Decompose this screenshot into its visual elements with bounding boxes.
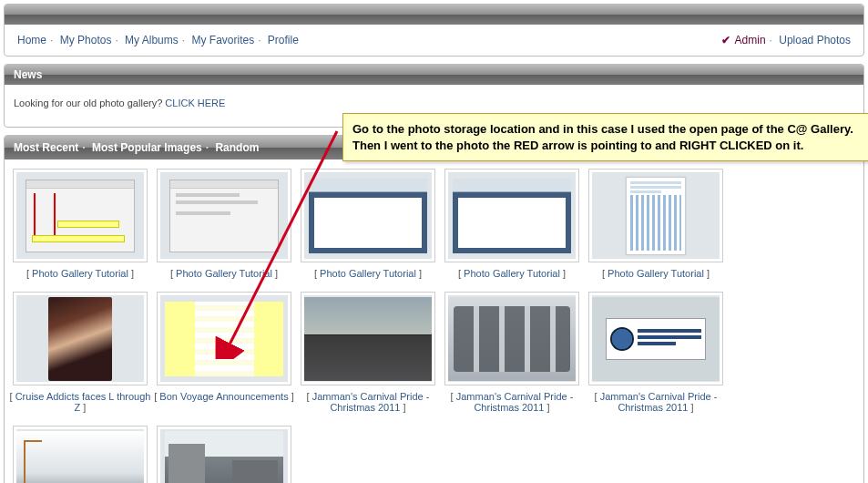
thumbnail-image — [16, 172, 144, 259]
thumbnail-caption-link[interactable]: Photo Gallery Tutorial — [464, 268, 560, 279]
thumbnail-caption-link[interactable]: Jamman's Carnival Pride - Christmas 2011 — [456, 391, 574, 413]
thumbnail-caption-link[interactable]: Photo Gallery Tutorial — [608, 268, 704, 279]
nav-separator: · — [115, 34, 117, 46]
thumbnail-image — [304, 172, 432, 259]
thumbnail-caption-link[interactable]: Photo Gallery Tutorial — [32, 268, 128, 279]
thumbnail-image — [592, 295, 720, 382]
thumbnail-5[interactable] — [13, 292, 148, 385]
gallery-cell: [ Jamman's Carnival Pride - Christmas 20… — [440, 292, 584, 413]
gallery-cell: [ Photo Gallery Tutorial ] — [296, 169, 440, 279]
thumbnail-caption: [ Photo Gallery Tutorial ] — [440, 268, 584, 279]
nav-admin[interactable]: Admin — [735, 34, 766, 46]
thumbnail-image — [160, 295, 288, 382]
tab-random[interactable]: Random — [215, 141, 259, 154]
thumbnail-caption: [ Bon Voyage Announcements ] — [152, 391, 296, 402]
gallery-cell: [ Photo Gallery Tutorial ] — [584, 169, 728, 279]
nav-home[interactable]: Home — [17, 34, 46, 46]
thumbnail-8[interactable] — [444, 292, 579, 385]
thumbnail-9[interactable] — [588, 292, 723, 385]
gallery-cell: [ Photo Gallery Tutorial ] — [440, 169, 584, 279]
gallery-cell: [ Bon Voyage Announcements ] — [152, 292, 296, 413]
bracket-icon: ] — [128, 268, 134, 279]
tab-separator: · — [82, 141, 85, 154]
thumbnail-caption-link[interactable]: Jamman's Carnival Pride - Christmas 2011 — [600, 391, 718, 413]
gallery-cell: [ Jamman's Carnival Pride - Christmas 20… — [8, 426, 152, 483]
gallery-panel: Most Recent· Most Popular Images· Random… — [4, 135, 864, 483]
thumbnail-2[interactable] — [301, 169, 435, 262]
bracket-icon: ] — [560, 268, 566, 279]
thumbnail-caption: [ Photo Gallery Tutorial ] — [152, 268, 296, 279]
thumbnail-caption-link[interactable]: Jamman's Carnival Pride - Christmas 2011 — [312, 391, 430, 413]
tab-most-recent[interactable]: Most Recent — [14, 141, 78, 154]
bracket-icon: ] — [400, 402, 405, 413]
thumbnail-3[interactable] — [444, 169, 579, 262]
top-glossy-bar — [5, 5, 863, 25]
bracket-icon: ] — [289, 391, 294, 402]
thumbnail-7[interactable] — [301, 292, 435, 385]
thumbnail-11[interactable] — [157, 426, 291, 483]
thumbnail-image — [16, 295, 144, 382]
nav-left: Home· My Photos· My Albums· My Favorites… — [17, 34, 299, 46]
nav-profile[interactable]: Profile — [268, 34, 299, 46]
gallery-grid: [ Photo Gallery Tutorial ][ Photo Galler… — [5, 159, 863, 483]
nav-my-photos[interactable]: My Photos — [60, 34, 112, 46]
thumbnail-image — [160, 429, 288, 483]
thumbnail-image — [16, 429, 144, 483]
tab-most-popular[interactable]: Most Popular Images — [92, 141, 202, 154]
gallery-cell: [ Jamman's Carnival Pride - Christmas 20… — [296, 292, 440, 413]
nav-separator: · — [770, 34, 772, 46]
nav-upload-photos[interactable]: Upload Photos — [779, 34, 851, 46]
news-text: Looking for our old photo gallery? — [14, 98, 162, 108]
thumbnail-caption: [ Jamman's Carnival Pride - Christmas 20… — [584, 391, 728, 413]
thumbnail-image — [448, 172, 576, 259]
checkmark-icon: ✔ — [721, 34, 730, 46]
thumbnail-0[interactable] — [13, 169, 148, 262]
bracket-icon: ] — [704, 268, 710, 279]
thumbnail-image — [304, 295, 432, 382]
gallery-cell: [ Jamman's Carnival Pride - Christmas 20… — [152, 426, 296, 483]
nav-right: ✔ Admin· Upload Photos — [721, 34, 851, 46]
news-header: News — [5, 65, 863, 85]
annotation-callout: Go to the photo storage location and in … — [342, 113, 868, 161]
gallery-cell: [ Jamman's Carnival Pride - Christmas 20… — [584, 292, 728, 413]
nav-separator: · — [182, 34, 185, 46]
gallery-tabs: Most Recent· Most Popular Images· Random — [14, 141, 259, 154]
thumbnail-caption-link[interactable]: Bon Voyage Announcements — [159, 391, 288, 402]
nav-my-albums[interactable]: My Albums — [125, 34, 179, 46]
top-nav-panel: Home· My Photos· My Albums· My Favorites… — [4, 4, 864, 57]
bracket-icon: ] — [688, 402, 693, 413]
gallery-cell: [ Photo Gallery Tutorial ] — [152, 169, 296, 279]
thumbnail-caption: [ Photo Gallery Tutorial ] — [296, 268, 440, 279]
thumbnail-caption: [ Photo Gallery Tutorial ] — [584, 268, 728, 279]
thumbnail-6[interactable] — [157, 292, 291, 385]
bracket-icon: ] — [416, 268, 422, 279]
thumbnail-caption: [ Jamman's Carnival Pride - Christmas 20… — [296, 391, 440, 413]
thumbnail-image — [160, 172, 288, 259]
thumbnail-image — [592, 172, 720, 259]
gallery-cell: [ Cruise Addicts faces L through Z ] — [8, 292, 152, 413]
thumbnail-1[interactable] — [157, 169, 291, 262]
tab-separator: · — [206, 141, 209, 154]
thumbnail-4[interactable] — [588, 169, 723, 262]
thumbnail-caption: [ Jamman's Carnival Pride - Christmas 20… — [440, 391, 584, 413]
thumbnail-caption-link[interactable]: Photo Gallery Tutorial — [176, 268, 272, 279]
nav-separator: · — [258, 34, 260, 46]
thumbnail-caption-link[interactable]: Photo Gallery Tutorial — [320, 268, 416, 279]
news-link-click-here[interactable]: CLICK HERE — [165, 98, 225, 108]
news-title: News — [14, 68, 42, 81]
thumbnail-caption: [ Photo Gallery Tutorial ] — [8, 268, 152, 279]
nav-separator: · — [50, 34, 53, 46]
nav-my-favorites[interactable]: My Favorites — [191, 34, 254, 46]
bracket-icon: ] — [272, 268, 278, 279]
bracket-icon: ] — [80, 402, 86, 413]
thumbnail-10[interactable] — [13, 426, 148, 483]
thumbnail-image — [448, 295, 576, 382]
bracket-icon: ] — [544, 402, 549, 413]
nav-bar: Home· My Photos· My Albums· My Favorites… — [5, 25, 863, 56]
thumbnail-caption: [ Cruise Addicts faces L through Z ] — [8, 391, 152, 413]
gallery-cell: [ Photo Gallery Tutorial ] — [8, 169, 152, 279]
